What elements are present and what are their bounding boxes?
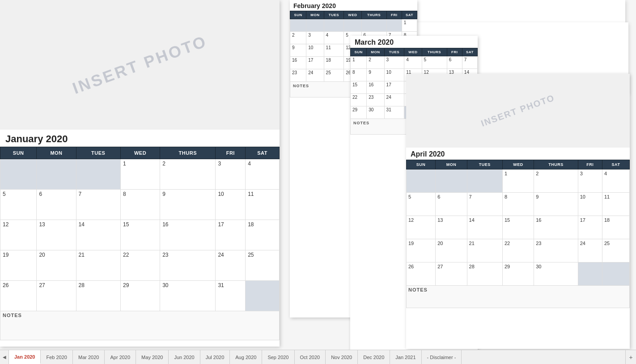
day-cell: 10 [384, 69, 404, 81]
day-cell: 31 [384, 106, 404, 119]
tab-may-2020[interactable]: May 2020 [136, 350, 169, 364]
day-cell: 16 [160, 220, 216, 250]
day-cell: 13 [37, 220, 76, 250]
col-header-fri: FRI [447, 48, 462, 56]
day-cell [386, 19, 402, 32]
col-header-tues: TUES [384, 48, 404, 56]
day-cell: 16 [290, 57, 306, 69]
apr-grid: SUNMONTUESWEDTHURSFRISAT 123456789101112… [406, 160, 630, 308]
tab-add-button[interactable]: + [625, 350, 636, 364]
day-cell: 8 [351, 69, 367, 81]
day-cell: 18 [324, 57, 344, 69]
tab-nov-2020[interactable]: Nov 2020 [326, 350, 358, 364]
day-cell: 4 [404, 56, 422, 69]
day-cell: 10 [216, 190, 246, 220]
tab---disclaimer--[interactable]: - Disclaimer - [422, 350, 462, 364]
day-cell: 24 [384, 94, 404, 106]
tab-dec-2020[interactable]: Dec 2020 [358, 350, 390, 364]
week-row: 12131415161718 [0, 220, 280, 250]
tab-nav-prev[interactable]: ◀ [0, 350, 9, 364]
day-cell: 3 [384, 56, 404, 69]
day-cell [467, 169, 502, 193]
tab-jun-2020[interactable]: Jun 2020 [169, 350, 200, 364]
week-row: 567891011 [0, 190, 280, 220]
day-cell: 25 [246, 250, 280, 281]
tab-jul-2020[interactable]: Jul 2020 [200, 350, 230, 364]
day-cell: 25 [602, 239, 629, 262]
tab-feb-2020[interactable]: Feb 2020 [41, 350, 72, 364]
day-cell: 30 [367, 106, 384, 119]
day-cell: 8 [502, 193, 534, 216]
day-cell: 3 [306, 32, 324, 44]
tab-jan-2020[interactable]: Jan 2020 [9, 350, 41, 364]
day-cell: 16 [534, 216, 578, 239]
day-cell: 18 [246, 220, 280, 250]
week-row: 12131415161718 [407, 216, 630, 239]
day-cell: 6 [447, 56, 462, 69]
day-cell: 27 [436, 262, 467, 286]
col-header-fri: FRI [216, 147, 246, 159]
day-cell: 21 [76, 250, 121, 281]
day-cell: 16 [367, 81, 384, 94]
mar-month-title: March 2020 [350, 36, 478, 48]
day-cell: 22 [502, 239, 534, 262]
col-header-fri: FRI [386, 11, 402, 19]
day-cell [361, 19, 386, 32]
jan-calendar: INSERT PHOTO January 2020 SUNMONTUESWEDT… [0, 0, 280, 347]
jan-photo-area: INSERT PHOTO [0, 0, 280, 130]
week-row: 262728293031 [0, 281, 280, 311]
day-cell: 11 [324, 44, 344, 57]
day-cell: 7 [462, 56, 477, 69]
day-cell: 6 [436, 193, 467, 216]
day-cell: 20 [436, 239, 467, 262]
day-cell: 1 [121, 159, 160, 190]
col-header-sat: SAT [246, 147, 280, 159]
day-cell: 21 [467, 239, 502, 262]
col-header-wed: WED [344, 11, 361, 19]
day-cell: 28 [76, 281, 121, 311]
day-cell: 15 [502, 216, 534, 239]
main-area: 2020 PHOTO CALENDAR TEMPLATE INSERT PHOT… [0, 0, 636, 350]
col-header-sat: SAT [462, 48, 477, 56]
day-cell [407, 169, 436, 193]
col-header-wed: WED [404, 48, 422, 56]
day-cell: 1 [351, 56, 367, 69]
col-header-wed: WED [502, 160, 534, 169]
day-cell: 8 [121, 190, 160, 220]
tab-jan-2021[interactable]: Jan 2021 [390, 350, 421, 364]
day-cell: 6 [37, 190, 76, 220]
week-row: 19202122232425 [407, 239, 630, 262]
day-cell: 19 [0, 250, 37, 281]
day-cell: 30 [160, 281, 216, 311]
day-cell: 2 [534, 169, 578, 193]
day-cell: 26 [0, 281, 37, 311]
day-cell [324, 19, 344, 32]
tab-sep-2020[interactable]: Sep 2020 [262, 350, 294, 364]
day-cell [306, 19, 324, 32]
tab-apr-2020[interactable]: Apr 2020 [105, 350, 136, 364]
day-cell: 17 [384, 81, 404, 94]
col-header-thurs: THURS [361, 11, 386, 19]
notes-row: NOTES [0, 311, 280, 340]
notes-cell: NOTES [407, 286, 630, 308]
col-header-sat: SAT [602, 160, 629, 169]
notes-cell: NOTES [0, 311, 280, 340]
tab-aug-2020[interactable]: Aug 2020 [230, 350, 262, 364]
day-cell [37, 159, 76, 190]
day-cell: 29 [502, 262, 534, 286]
week-row: 19202122232425 [0, 250, 280, 281]
day-cell [246, 281, 280, 311]
day-cell: 9 [534, 193, 578, 216]
day-cell: 10 [306, 44, 324, 57]
apr-photo-area: INSERT PHOTO [406, 74, 630, 148]
tab-oct-2020[interactable]: Oct 2020 [295, 350, 326, 364]
week-row: 1234 [407, 169, 630, 193]
apr-month-title: April 2020 [406, 148, 630, 160]
col-header-mon: MON [306, 11, 324, 19]
col-header-thurs: THURS [422, 48, 447, 56]
jan-month-title: January 2020 [0, 130, 280, 147]
col-header-sun: SUN [290, 11, 306, 19]
day-cell: 24 [578, 239, 602, 262]
day-cell: 12 [0, 220, 37, 250]
tab-mar-2020[interactable]: Mar 2020 [73, 350, 105, 364]
